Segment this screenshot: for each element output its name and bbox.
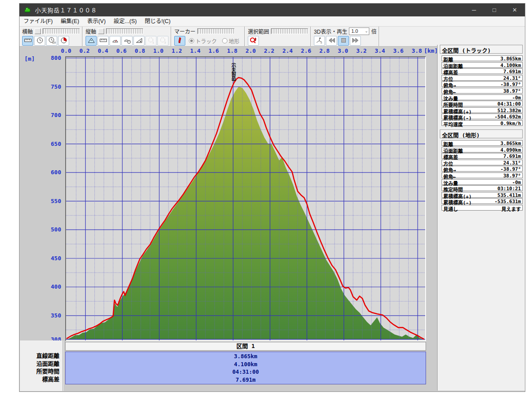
terrain-stat-row-value: 535.411m: [497, 192, 521, 197]
track-stat-row-label: 方位: [443, 75, 453, 80]
x-tick-label: 0.8: [135, 47, 145, 54]
stop-icon: [340, 37, 348, 45]
x-tick-label: 2.6: [301, 47, 311, 54]
selection-slider[interactable]: [271, 28, 308, 34]
terrain-stat-row-value: -38.97°: [501, 166, 521, 171]
x-tick-label: 1.0: [153, 47, 163, 54]
vaxis-mini-button[interactable]: [98, 28, 104, 34]
playback-stop-button[interactable]: [338, 36, 349, 46]
section-row-value: 7.691m: [66, 376, 426, 384]
playback-forward-button[interactable]: [350, 36, 361, 46]
terrain-stat-row-label: 俯角→: [443, 166, 456, 171]
terrain-stat-row: 累積標高(-)-535.631m: [442, 198, 523, 204]
forward-icon: [352, 37, 360, 45]
track-stat-row-value: 7.691m: [503, 69, 521, 74]
vaxis-gauge-clock-button[interactable]: [121, 36, 133, 46]
playback-rewind-button[interactable]: [326, 36, 337, 46]
haxis-mini-button[interactable]: [35, 28, 41, 34]
track-stat-row-label: 累積標高(-): [443, 114, 472, 119]
selection-zoom-pen-button[interactable]: [248, 36, 259, 46]
vaxis-mountain-button[interactable]: [86, 36, 97, 46]
track-stat-row-value: -504.692m: [494, 114, 521, 119]
section-values-panel: 3.865km4.100km04:31:007.691m: [65, 352, 426, 384]
vaxis-slope-button[interactable]: [133, 36, 145, 46]
terrain-stat-row-value: 7.691m: [503, 153, 521, 158]
terrain-stat-row: 推定時間03:10:21: [442, 185, 523, 191]
x-axis-unit: [km]: [424, 47, 438, 54]
section-row-value: 04:31:00: [66, 368, 426, 376]
vaxis-gauge-button[interactable]: [110, 36, 121, 46]
marker-slider[interactable]: [197, 28, 235, 34]
y-tick-label: 350: [23, 312, 61, 319]
x-tick-label: 0.2: [79, 47, 90, 54]
slope-icon: [135, 37, 143, 45]
section-row-label: 沿面距離: [20, 360, 63, 368]
minimize-button[interactable]: ─: [464, 4, 484, 16]
track-stat-row-label: 平均速度: [443, 121, 463, 125]
menu-item-2[interactable]: 編集(E): [57, 16, 83, 26]
stats-panel: 全区間 (トラック) 距離3.865km沿面距離4.100km標高差7.691m…: [437, 45, 525, 391]
toolbar: 横軸 123 縦軸 12 マーカー トラック地形: [20, 27, 525, 47]
peak-annotation: （小天狗岳）: [230, 60, 237, 84]
terrain-stat-row-label: 標高差: [443, 153, 458, 158]
svg-text:123: 123: [52, 41, 56, 44]
x-tick-label: 3.6: [393, 47, 403, 54]
haxis-clock-numbers-button[interactable]: 123: [46, 36, 57, 46]
track-stat-row-label: 標高差: [443, 69, 458, 74]
terrain-stat-row-label: 距離: [443, 141, 453, 145]
track-stat-row-label: 所要時間: [443, 101, 463, 106]
terrain-stat-row-label: 方位: [443, 160, 453, 165]
ruler-icon: [99, 37, 107, 45]
track-stat-row: 標高差7.691m: [442, 68, 523, 74]
terrain-stat-row-label: 累積標高(+): [443, 192, 472, 197]
ghost-two-icon: 2: [159, 37, 167, 45]
svg-text:(): (): [321, 41, 322, 44]
terrain-stat-row: 沈み量-0m: [442, 179, 523, 185]
pen-icon: [176, 37, 184, 45]
elevation-plot[interactable]: （小天狗岳）: [65, 56, 426, 341]
vaxis-ruler-button[interactable]: [98, 36, 109, 46]
haxis-ruler-button[interactable]: [22, 36, 33, 46]
playback-speed-value: 1.0: [351, 28, 358, 34]
vaxis-slider[interactable]: [106, 28, 143, 34]
mountain-icon: [87, 37, 95, 45]
y-tick-label: 500: [23, 226, 61, 233]
menu-item-4[interactable]: 設定...(S): [110, 16, 141, 26]
marker-radio-terrain[interactable]: [222, 38, 227, 43]
clock-icon: [36, 37, 44, 45]
playback-walker-button[interactable]: (): [314, 36, 325, 46]
close-button[interactable]: ✕: [505, 4, 525, 16]
menu-item-5[interactable]: 閉じる!(C): [141, 16, 174, 26]
section-header: 区間 1: [65, 342, 426, 351]
selection-label: 選択範囲: [248, 27, 269, 35]
terrain-stat-row-label: 沈み量: [443, 180, 458, 184]
terrain-stat-row-value: 4.090km: [501, 147, 521, 152]
maximize-button[interactable]: □: [484, 4, 505, 16]
track-stat-row-label: 累積標高(+): [443, 108, 472, 113]
menu-item-1[interactable]: ファイル(F): [20, 16, 57, 26]
track-stat-row-value: 38.97°: [503, 88, 521, 93]
haxis-pie-clock-button[interactable]: [58, 36, 69, 46]
terrain-stat-row: 見通し見えます: [442, 205, 523, 211]
marker-radio-track[interactable]: [189, 38, 194, 43]
menu-item-3[interactable]: 表示(V): [83, 16, 110, 26]
marker-pen-button[interactable]: [174, 36, 185, 46]
vaxis-ghost-one-button[interactable]: 1: [145, 36, 156, 46]
vaxis-ghost-two-button[interactable]: 2: [157, 36, 168, 46]
x-tick-label: 0.4: [98, 47, 108, 54]
track-stat-row-value: -0m: [512, 95, 521, 100]
playback-speed-select[interactable]: 1.0 ⌄: [349, 27, 369, 35]
x-tick-label: 1.8: [227, 47, 237, 54]
track-stat-row-value: 04:31:00: [497, 101, 521, 106]
x-tick-label: 3.8: [411, 47, 422, 54]
x-tick-label: 1.6: [208, 47, 219, 54]
track-stat-row-value: 3.865km: [501, 56, 521, 61]
x-tick-label: 2.0: [246, 47, 256, 54]
terrain-area: [67, 87, 424, 340]
playback-speed-unit: 倍: [371, 27, 376, 35]
x-tick-label: 2.2: [264, 47, 274, 54]
haxis-clock-button[interactable]: [34, 36, 45, 46]
y-tick-label: 400: [23, 283, 61, 290]
x-tick-label: 3.4: [375, 47, 385, 54]
haxis-slider[interactable]: [43, 28, 80, 34]
